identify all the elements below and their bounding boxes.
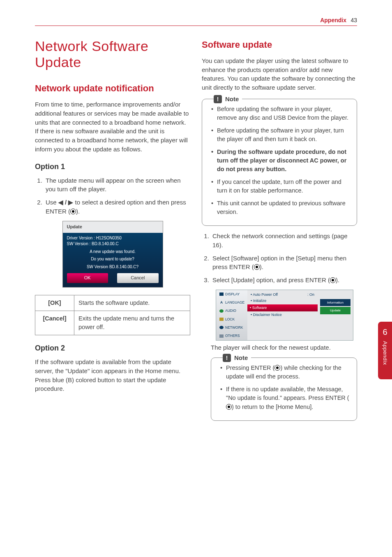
step: Check the network connection and setting… [211, 232, 357, 250]
table-key: [Cancel] [35, 311, 74, 335]
option2-heading: Option 2 [35, 343, 190, 353]
ok-button: OK [67, 273, 108, 283]
note-item: If you cancel the update, turn off the p… [211, 178, 350, 195]
right-column: Software update You can update the playe… [202, 38, 357, 421]
dialog-title: Update [63, 221, 163, 233]
table-val: Exits the update menu and turns the powe… [74, 311, 190, 335]
note-label: Note [234, 353, 248, 362]
note-icon: ! [223, 354, 231, 362]
note-box: ! Note Before updating the software in y… [202, 99, 357, 226]
step: Select [Software] option in the [Setup] … [211, 254, 357, 272]
intro-paragraph: From time to time, performance improveme… [35, 100, 190, 154]
note-item: Before updating the software in your pla… [211, 126, 350, 144]
option1-heading: Option 1 [35, 161, 190, 172]
note-item: This unit cannot be updated to previous … [211, 199, 350, 216]
page-header: Appendix 43 [35, 16, 357, 26]
menu-item: NETWORK [216, 323, 247, 332]
note-item: Pressing ENTER () while checking for the… [220, 364, 350, 381]
menu-item: ALANGUAGE [216, 298, 247, 306]
procedure-steps: Check the network connection and setting… [202, 232, 357, 285]
enter-icon [330, 277, 336, 283]
menu-item: OTHERS [216, 332, 247, 340]
menu-item: DISPLAY [216, 290, 247, 298]
side-tab: 6 Appendix [378, 322, 392, 379]
cancel-button: Cancel [117, 273, 159, 283]
enter-icon [226, 404, 232, 410]
info-button: Information [320, 299, 350, 306]
enter-icon [274, 365, 280, 371]
update-dialog-illustration: Update Driver Version : H12SON0350 SW Ve… [62, 221, 163, 288]
option-table: [OK]Starts the software update. [Cancel]… [35, 295, 190, 335]
update-button: Update [320, 307, 350, 314]
step: The update menu will appear on the scree… [44, 176, 190, 194]
table-key: [OK] [35, 295, 74, 311]
step: Select [Update] option, and press ENTER … [211, 276, 357, 285]
chapter-number: 6 [383, 327, 387, 337]
section-heading: Software update [202, 38, 357, 51]
intro-paragraph: You can update the player using the late… [202, 56, 357, 92]
option1-steps: The update menu will appear on the scree… [35, 176, 190, 216]
note-item: During the software update procedure, do… [211, 148, 350, 174]
note-label: Note [225, 95, 239, 104]
menu-item: LOCK [216, 315, 247, 323]
setup-menu-illustration: DISPLAY ALANGUAGE AUDIO LOCK NETWORK OTH… [216, 290, 353, 341]
section-heading: Network update notification [35, 82, 190, 95]
note-box: ! Note Pressing ENTER () while checking … [211, 357, 357, 420]
option2-paragraph: If the software update is available from… [35, 357, 190, 393]
chapter-label: Appendix [382, 341, 388, 365]
enter-icon [70, 209, 76, 214]
caption: The player will check for the newest upd… [211, 343, 357, 352]
left-column: Network Software Update Network update n… [35, 38, 190, 421]
page-title: Network Software Update [35, 38, 190, 70]
enter-icon [254, 264, 260, 270]
section-name: Appendix [320, 17, 346, 23]
table-val: Starts the software update. [74, 295, 190, 311]
menu-item: AUDIO [216, 306, 247, 315]
step: Use ◀ / ▶ to select a desired option and… [44, 198, 190, 216]
page-number: 43 [350, 17, 357, 23]
note-item: If there is no update available, the Mes… [220, 385, 350, 411]
note-icon: ! [214, 95, 222, 103]
note-item: Before updating the software in your pla… [211, 105, 350, 122]
